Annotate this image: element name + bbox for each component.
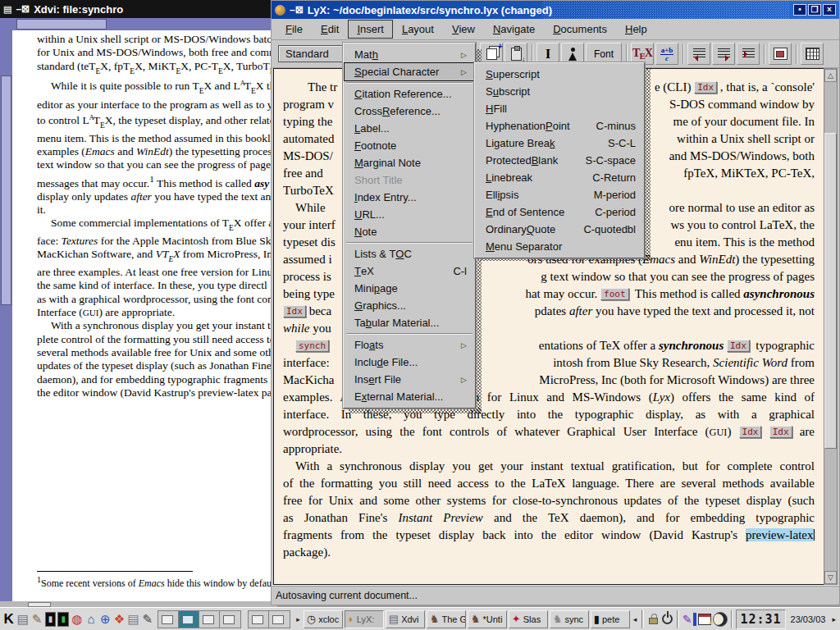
text-cursor-icon[interactable]: I <box>536 43 559 65</box>
browser-globe-icon[interactable]: ⊕ <box>99 609 112 629</box>
lyx-vscroll-thumb[interactable] <box>824 133 837 449</box>
insert-menu-item-marginal-note[interactable]: Marginal Note <box>345 154 474 171</box>
special-character-item-ligature-break[interactable]: Ligature BreakS-C-L <box>476 135 643 152</box>
special-character-item-hfill[interactable]: HFill <box>476 100 643 117</box>
sticky-pin-icon[interactable]: –⊠ <box>16 3 30 15</box>
insert-menu-item-index-entry[interactable]: Index Entry... <box>345 189 474 206</box>
desktop-pager[interactable] <box>158 610 241 628</box>
kde-menu-button[interactable]: K <box>2 609 15 629</box>
show-desktop-icon[interactable]: ✎ <box>30 609 43 629</box>
menu-navigate[interactable]: Navigate <box>484 20 544 39</box>
news-icon[interactable]: ❖ <box>113 609 126 629</box>
insert-menu-item-include-file[interactable]: Include File... <box>345 354 474 371</box>
logout-button[interactable] <box>661 609 673 629</box>
insert-table-icon[interactable] <box>801 43 824 65</box>
copy-icon[interactable] <box>480 43 503 65</box>
date-display[interactable]: 23/03/03 <box>788 614 829 624</box>
pager-extra-cell[interactable] <box>249 611 269 628</box>
menu-view[interactable]: View <box>443 20 484 39</box>
menu-help[interactable]: Help <box>616 20 656 39</box>
task-button-unti[interactable]: ♞*Unti <box>468 610 507 628</box>
menu-file[interactable]: File <box>276 20 312 39</box>
paste-icon[interactable] <box>504 43 527 65</box>
help-icon[interactable]: ◍ <box>71 609 83 629</box>
insert-menu-item-graphics[interactable]: Graphics... <box>345 297 474 314</box>
insert-menu-item-special-character[interactable]: Special Character▷ <box>345 63 474 80</box>
insert-menu-item-footnote[interactable]: Footnote <box>345 137 474 154</box>
tex-mode-icon[interactable]: TEX <box>631 43 654 65</box>
terminal-icon[interactable]: ▮ <box>45 612 57 627</box>
scroll-down-icon[interactable]: ▽ <box>824 571 837 584</box>
digital-clock[interactable]: 12:31 <box>736 609 785 629</box>
task-scroll-right-icon[interactable]: ▸ <box>294 615 302 623</box>
insert-menu-item-external-material[interactable]: External Material... <box>345 388 474 405</box>
insert-menu-item-citation-reference[interactable]: Citation Reference... <box>345 85 474 103</box>
special-character-item-ordinary-quote[interactable]: Ordinary QuoteC-quotedbl <box>476 221 643 238</box>
home-icon[interactable]: ⌂ <box>84 609 97 629</box>
special-character-item-hyphenation-point[interactable]: Hyphenation PointC-minus <box>476 117 643 135</box>
insert-menu-item-note[interactable]: Note <box>345 223 474 240</box>
task-button-lyx[interactable]: ◗LyX: <box>345 610 384 628</box>
konsole-icon[interactable]: ▮ <box>57 612 69 627</box>
insert-menu-item-floats[interactable]: Floats▷ <box>345 336 474 354</box>
task-button-slas[interactable]: ✦Slas <box>509 610 548 628</box>
minimize-button[interactable]: • <box>793 4 806 16</box>
special-character-item-linebreak[interactable]: LinebreakC-Return <box>476 169 643 186</box>
special-character-item-subscript[interactable]: Subscript <box>476 83 643 100</box>
task-button-pete[interactable]: ▮pete <box>591 610 630 628</box>
insert-menu-item-insert-file[interactable]: Insert File▷ <box>345 371 474 388</box>
lyx-titlebar[interactable]: –⊠ LyX: ~/doc/beginlatex/src/synchro.lyx… <box>272 1 839 19</box>
documents-icon[interactable]: ▤ <box>127 609 139 629</box>
insert-menu-item-math[interactable]: Math▷ <box>345 46 474 63</box>
close-button[interactable]: × <box>823 4 836 16</box>
pager-desktop-3[interactable] <box>199 611 220 628</box>
xdvi-titlebar[interactable]: ▤ –⊠ Xdvi: file:synchro <box>0 0 277 18</box>
organizer-icon[interactable] <box>698 609 711 629</box>
depth-toolbar-icon[interactable] <box>737 43 760 65</box>
xdvi-vscroll-thumb[interactable] <box>1 75 11 305</box>
font-button[interactable]: Font <box>586 43 622 65</box>
pager-desktop-1[interactable] <box>158 611 179 628</box>
menu-layout[interactable]: Layout <box>393 20 443 39</box>
insert-menu-item-url[interactable]: URL... <box>345 206 474 223</box>
task-button-theg[interactable]: ♞The G <box>427 610 466 628</box>
insert-menu-item-lists-amp-toc[interactable]: Lists & TOC <box>345 245 474 262</box>
editor-pen-icon[interactable]: ✎ <box>141 609 153 629</box>
task-button-xcloc[interactable]: ◷xcloc <box>304 610 343 628</box>
task-button-sync[interactable]: ♞sync <box>550 610 589 628</box>
task-button-xdvi[interactable]: ▤Xdvi <box>386 610 425 628</box>
lyx-vertical-scrollbar[interactable]: △ ▽ <box>824 68 838 585</box>
xdvi-vertical-scrollbar[interactable] <box>0 30 12 601</box>
xdvi-hscroll-thumb[interactable] <box>16 19 107 30</box>
xdvi-horizontal-scrollbar[interactable] <box>0 18 277 30</box>
insert-menu-item-tabular-material[interactable]: Tabular Material... <box>345 314 474 331</box>
insert-menu-item-cross-reference[interactable]: Cross Reference... <box>345 103 474 120</box>
special-character-item-protected-blank[interactable]: Protected BlankS-C-space <box>476 152 643 169</box>
special-character-item-ellipsis[interactable]: EllipsisM-period <box>476 186 643 203</box>
math-mode-icon[interactable]: a+bc <box>655 43 678 65</box>
special-character-item-end-of-sentence[interactable]: End of SentenceC-period <box>476 203 643 221</box>
footnote-toolbar-icon[interactable] <box>687 43 710 65</box>
lock-screen-button[interactable] <box>647 609 660 629</box>
insert-menu-item-label[interactable]: Label... <box>345 120 474 137</box>
marginnote-toolbar-icon[interactable] <box>712 43 735 65</box>
special-character-item-superscript[interactable]: Superscript <box>476 66 643 83</box>
insert-menu-item-short-title[interactable]: Short Title <box>345 171 474 189</box>
pager-extra[interactable] <box>248 610 290 628</box>
noun-person-icon[interactable] <box>561 43 584 65</box>
maximize-button[interactable]: ❐ <box>808 4 821 16</box>
menu-insert[interactable]: Insert <box>348 20 393 39</box>
menu-edit[interactable]: Edit <box>312 20 348 39</box>
klipper-icon[interactable]: ✎ <box>682 613 696 626</box>
window-list-icon[interactable]: ▤ <box>16 609 29 629</box>
scroll-up-icon[interactable]: △ <box>824 69 837 82</box>
pager-desktop-4[interactable] <box>220 611 240 628</box>
insert-menu-item-tex[interactable]: TeXC-l <box>345 262 474 280</box>
special-character-item-menu-separator[interactable]: Menu Separator <box>476 238 643 255</box>
sticky-pin-icon[interactable]: –⊠ <box>290 4 304 16</box>
layout-combo[interactable]: Standard <box>278 45 350 62</box>
task-scroll-left-icon[interactable]: ◂ <box>632 615 639 623</box>
pager-desktop-2[interactable] <box>179 611 199 628</box>
insert-menu-item-minipage[interactable]: Minipage <box>345 280 474 297</box>
menu-documents[interactable]: Documents <box>544 20 616 39</box>
